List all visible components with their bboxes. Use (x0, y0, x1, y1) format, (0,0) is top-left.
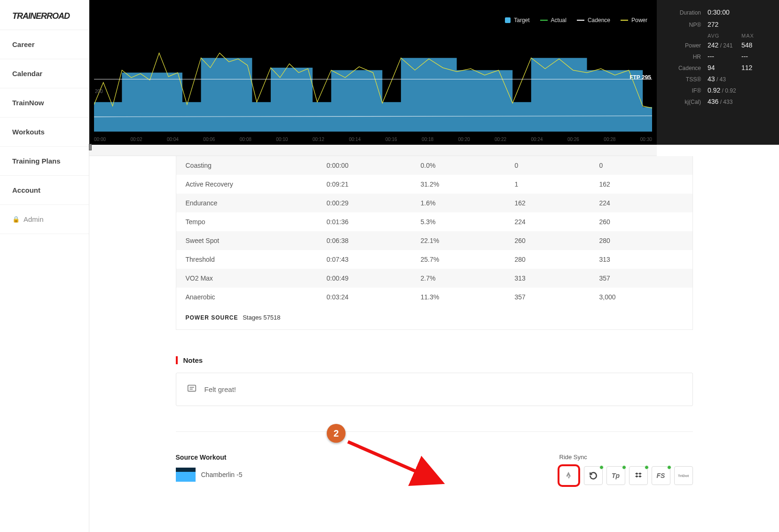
nav-admin[interactable]: 🔒 Admin (0, 205, 89, 234)
sync-garmin-button[interactable] (584, 466, 603, 485)
notes-box[interactable]: Felt great! (176, 373, 693, 406)
actual-swatch (540, 20, 548, 21)
sync-finalsurge-button[interactable]: FS (652, 466, 670, 485)
table-row: Anaerobic0:03:2411.3%3573,000 (176, 288, 692, 306)
xtick: 00:06 (203, 137, 215, 142)
note-icon (187, 383, 197, 395)
hr-avg: --- (708, 53, 741, 60)
notes-section: Notes Felt great! (176, 356, 693, 406)
legend-actual: Actual (551, 17, 567, 23)
annotation-badge: 2 (327, 424, 346, 443)
if-target: / 0.92 (720, 87, 736, 94)
table-row: Active Recovery0:09:2131.2%1162 (176, 175, 692, 194)
xtick: 00:22 (495, 137, 506, 142)
xtick: 00:16 (386, 137, 397, 142)
chart-scrubber[interactable] (89, 145, 657, 156)
target-swatch (505, 17, 511, 23)
table-row: Sweet Spot0:06:3822.1%260280 (176, 231, 692, 250)
xtick: 00:00 (94, 137, 106, 142)
sync-dropbox-button[interactable] (629, 466, 648, 485)
table-row: VO2 Max0:00:492.7%313357 (176, 269, 692, 288)
chart-xaxis: 00:00 00:02 00:04 00:06 00:08 00:10 00:1… (94, 137, 652, 142)
nav-training-plans[interactable]: Training Plans (0, 147, 89, 176)
sync-tridot-button[interactable]: TriDot (674, 466, 693, 485)
synced-dot-icon (645, 465, 649, 469)
ftp-line (94, 79, 652, 79)
duration-label: Duration (666, 9, 708, 16)
chart-plot: 200 (94, 23, 652, 132)
xtick: 00:24 (531, 137, 543, 142)
source-workout-link[interactable]: Chamberlin -5 (176, 468, 243, 482)
synced-dot-icon (622, 465, 626, 469)
workout-chart[interactable]: Target Actual Cadence Power 200 FTP 295 … (89, 0, 657, 145)
ride-sync: Ride Sync Tp FS TriD (558, 454, 693, 487)
power-max: 548 (741, 41, 770, 49)
source-workout-name: Chamberlin -5 (201, 471, 243, 478)
cadence-label: Cadence (666, 65, 708, 71)
source-workout-heading: Source Workout (176, 454, 243, 461)
cadence-max: 112 (741, 64, 770, 71)
content: Coasting0:00:000.0%00 Active Recovery0:0… (89, 156, 779, 532)
hr-label: HR (666, 54, 708, 60)
sync-strava-button[interactable] (558, 464, 580, 487)
xtick: 00:12 (313, 137, 324, 142)
kj-cal: / 433 (718, 99, 732, 105)
scrubber-handle-icon[interactable] (89, 144, 92, 150)
if-label: IF® (666, 87, 708, 94)
nav-calendar[interactable]: Calendar (0, 59, 89, 88)
chart-legend: Target Actual Cadence Power (505, 17, 647, 23)
power-avg-target: / 241 (718, 42, 732, 49)
synced-dot-icon (667, 465, 671, 469)
tss-target: / 43 (715, 76, 726, 83)
nav-trainnow[interactable]: TrainNow (0, 88, 89, 117)
xtick: 00:02 (130, 137, 142, 142)
source-workout: Source Workout Chamberlin -5 (176, 454, 243, 482)
max-head: MAX (741, 33, 770, 39)
power-swatch (621, 20, 628, 21)
np-value: 272 (708, 21, 718, 28)
legend-cadence: Cadence (588, 17, 610, 23)
ride-sync-heading: Ride Sync (558, 454, 693, 461)
xtick: 00:28 (604, 137, 615, 142)
tss-value: 43 (708, 75, 715, 83)
nav-workouts[interactable]: Workouts (0, 117, 89, 147)
synced-dot-icon (599, 465, 604, 469)
svg-rect-0 (188, 385, 196, 391)
zones-table: Coasting0:00:000.0%00 Active Recovery0:0… (176, 156, 693, 330)
duration-value: 0:30:00 (708, 8, 730, 16)
nav-admin-label: Admin (24, 215, 44, 223)
xtick: 00:20 (458, 137, 470, 142)
power-label: Power (666, 42, 708, 49)
hr-max: --- (741, 53, 770, 60)
kj-value: 436 (708, 98, 718, 105)
table-row: Tempo0:01:365.3%224260 (176, 212, 692, 231)
nav-account[interactable]: Account (0, 176, 89, 205)
np-label: NP® (666, 22, 708, 28)
lock-icon: 🔒 (12, 216, 20, 223)
xtick: 00:08 (240, 137, 252, 142)
power-source-label: POWER SOURCE (186, 314, 238, 321)
tss-label: TSS® (666, 76, 708, 83)
xtick: 00:30 (640, 137, 652, 142)
kj-label: kj(Cal) (666, 99, 708, 105)
xtick: 00:26 (567, 137, 579, 142)
workout-thumbnail-icon (176, 468, 196, 482)
table-row: Coasting0:00:000.0%00 (176, 156, 692, 175)
power-avg: 242 (708, 41, 718, 49)
xtick: 00:04 (167, 137, 179, 142)
legend-target: Target (514, 17, 529, 23)
nav-career[interactable]: Career (0, 30, 89, 59)
table-row: Threshold0:07:4325.7%280313 (176, 250, 692, 269)
annotation-arrow-icon (343, 438, 456, 490)
xtick: 00:14 (349, 137, 361, 142)
notes-heading: Notes (176, 356, 693, 364)
cadence-avg: 94 (708, 64, 741, 71)
svg-line-3 (348, 442, 442, 483)
legend-power: Power (631, 17, 647, 23)
divider (176, 431, 693, 432)
sync-trainingpeaks-button[interactable]: Tp (606, 466, 625, 485)
table-row: Endurance0:00:291.6%162224 (176, 194, 692, 212)
avg-head: AVG (708, 33, 741, 39)
brand-logo: TRAINERROAD (0, 0, 89, 30)
ftp-label: FTP 295 (629, 74, 651, 81)
